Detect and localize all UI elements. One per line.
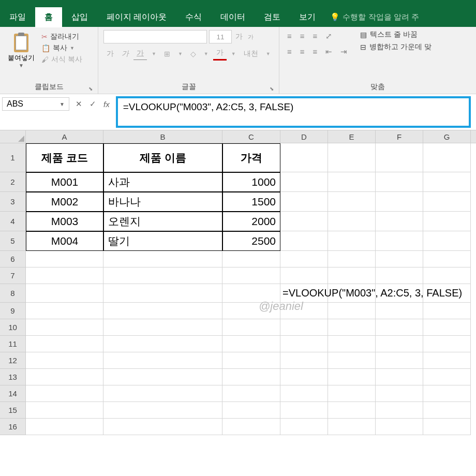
- cell[interactable]: [376, 336, 423, 352]
- orientation-button[interactable]: ⤢: [323, 30, 335, 42]
- cell[interactable]: [103, 402, 222, 419]
- tab-file[interactable]: 파일: [0, 7, 35, 27]
- cell[interactable]: [376, 172, 423, 192]
- row-header[interactable]: 6: [0, 251, 26, 267]
- table-data-cell[interactable]: 딸기: [103, 231, 222, 251]
- row-header[interactable]: 14: [0, 385, 26, 402]
- font-color-button[interactable]: 가: [213, 47, 227, 61]
- chevron-down-icon[interactable]: ▼: [201, 50, 212, 58]
- table-data-cell[interactable]: M002: [26, 192, 103, 212]
- table-data-cell[interactable]: M001: [26, 172, 103, 192]
- format-painter-button[interactable]: 🖌 서식 복사: [41, 55, 82, 64]
- table-header-cell[interactable]: 가격: [222, 143, 280, 172]
- row-header[interactable]: 15: [0, 402, 26, 419]
- cell[interactable]: [376, 267, 423, 284]
- cancel-formula-icon[interactable]: ✕: [76, 99, 82, 109]
- cell[interactable]: [423, 419, 471, 435]
- tab-formulas[interactable]: 수식: [176, 7, 211, 27]
- cell[interactable]: [26, 251, 103, 267]
- cell[interactable]: [376, 212, 423, 231]
- cell[interactable]: [26, 284, 103, 303]
- tab-data[interactable]: 데이터: [211, 7, 255, 27]
- copy-button[interactable]: 📋 복사 ▼: [41, 43, 82, 53]
- row-header[interactable]: 4: [0, 212, 26, 231]
- cell[interactable]: [280, 352, 328, 369]
- row-header[interactable]: 7: [0, 267, 26, 284]
- cell[interactable]: [328, 369, 376, 385]
- cell[interactable]: [376, 385, 423, 402]
- tab-review[interactable]: 검토: [255, 7, 290, 27]
- italic-button[interactable]: 가: [118, 48, 132, 60]
- cell[interactable]: [103, 284, 222, 303]
- cell[interactable]: [280, 419, 328, 435]
- cell[interactable]: [222, 284, 280, 303]
- cell[interactable]: [376, 231, 423, 251]
- align-right-button[interactable]: ≡: [310, 46, 320, 58]
- cell[interactable]: [26, 419, 103, 435]
- row-header[interactable]: 3: [0, 192, 26, 212]
- cell[interactable]: [280, 143, 328, 172]
- row-header[interactable]: 10: [0, 319, 26, 336]
- increase-indent-button[interactable]: ⇥: [338, 46, 350, 58]
- align-middle-button[interactable]: ≡: [298, 30, 307, 42]
- column-header[interactable]: E: [328, 130, 376, 143]
- chevron-down-icon[interactable]: ▼: [60, 101, 65, 107]
- cell[interactable]: [26, 385, 103, 402]
- row-header[interactable]: 9: [0, 303, 26, 319]
- column-header[interactable]: A: [26, 130, 103, 143]
- select-all-corner[interactable]: [0, 130, 26, 143]
- cell[interactable]: [423, 231, 471, 251]
- table-data-cell[interactable]: M003: [26, 212, 103, 231]
- align-top-button[interactable]: ≡: [285, 30, 294, 42]
- merge-center-button[interactable]: ⊟ 병합하고 가운데 맞: [360, 42, 432, 52]
- column-header[interactable]: B: [103, 130, 222, 143]
- cell[interactable]: [222, 385, 280, 402]
- cell[interactable]: [328, 319, 376, 336]
- cell[interactable]: [423, 143, 471, 172]
- dialog-launcher-icon[interactable]: ⬊: [88, 86, 93, 92]
- cell[interactable]: [222, 419, 280, 435]
- chevron-down-icon[interactable]: ▼: [228, 50, 239, 58]
- cell[interactable]: [376, 192, 423, 212]
- fill-color-button[interactable]: ◇: [187, 48, 199, 60]
- cell[interactable]: [222, 319, 280, 336]
- align-left-button[interactable]: ≡: [285, 46, 294, 58]
- cell[interactable]: [328, 231, 376, 251]
- cell[interactable]: [26, 319, 103, 336]
- row-header[interactable]: 1: [0, 143, 26, 172]
- cell[interactable]: [222, 267, 280, 284]
- cell[interactable]: [423, 402, 471, 419]
- bold-button[interactable]: 가: [103, 48, 117, 60]
- tab-page-layout[interactable]: 페이지 레이아웃: [97, 7, 176, 27]
- cell[interactable]: [103, 419, 222, 435]
- cell[interactable]: [103, 369, 222, 385]
- cell[interactable]: [376, 143, 423, 172]
- table-data-cell[interactable]: 1500: [222, 192, 280, 212]
- insert-function-icon[interactable]: fx: [103, 100, 110, 109]
- cell[interactable]: [103, 267, 222, 284]
- column-header[interactable]: F: [376, 130, 423, 143]
- column-header[interactable]: C: [222, 130, 280, 143]
- cell[interactable]: [423, 369, 471, 385]
- cell[interactable]: [280, 172, 328, 192]
- cell[interactable]: [423, 336, 471, 352]
- table-data-cell[interactable]: 1000: [222, 172, 280, 192]
- cell[interactable]: [280, 192, 328, 212]
- cell[interactable]: [376, 369, 423, 385]
- cell[interactable]: [376, 402, 423, 419]
- cell[interactable]: [328, 419, 376, 435]
- cell[interactable]: [280, 231, 328, 251]
- row-header[interactable]: 5: [0, 231, 26, 251]
- enter-formula-icon[interactable]: ✓: [90, 99, 96, 109]
- cell[interactable]: [328, 267, 376, 284]
- cell[interactable]: [423, 251, 471, 267]
- cell[interactable]: [328, 172, 376, 192]
- cell[interactable]: [328, 352, 376, 369]
- cell[interactable]: [103, 303, 222, 319]
- cut-button[interactable]: ✂ 잘라내기: [41, 32, 82, 41]
- cell[interactable]: [423, 303, 471, 319]
- cell[interactable]: [423, 385, 471, 402]
- border-button[interactable]: ⊞: [161, 48, 173, 60]
- table-data-cell[interactable]: 2000: [222, 212, 280, 231]
- tab-view[interactable]: 보기: [290, 7, 325, 27]
